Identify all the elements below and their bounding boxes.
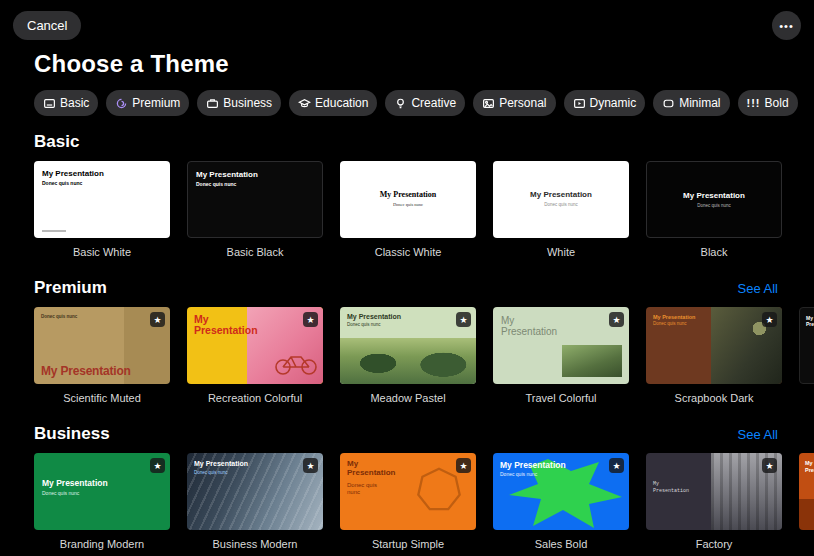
thumb-title: My Presentation: [194, 314, 252, 336]
filter-chip-basic[interactable]: Basic: [34, 90, 98, 116]
theme-card-premium-partial[interactable]: My Presentation: [799, 307, 814, 404]
premium-star-badge: ★: [150, 312, 165, 327]
thumb-subtitle: Donec quis nunc: [194, 470, 228, 475]
theme-thumbnail: ★ My Presentation Donec quis nunc: [646, 307, 782, 384]
theme-card-recreation-colorful[interactable]: ★ My Presentation Recreation Colorful: [187, 307, 323, 404]
section-title-business: Business: [34, 424, 110, 444]
theme-card-branding-modern[interactable]: ★ My Presentation Donec quis nunc Brandi…: [34, 453, 170, 550]
theme-card-factory[interactable]: ★ My Presentation Factory: [646, 453, 782, 550]
theme-thumbnail: ★ My Presentation: [646, 453, 782, 530]
premium-star-badge: ★: [762, 458, 777, 473]
filter-chip-premium[interactable]: Premium: [106, 90, 189, 116]
thumb-title: My Presentation: [501, 315, 571, 337]
business-theme-row: ★ My Presentation Donec quis nunc Brandi…: [0, 453, 814, 550]
filter-chip-dynamic[interactable]: Dynamic: [564, 90, 646, 116]
theme-thumbnail: My Presentation: [799, 307, 814, 384]
theme-name: Scrapbook Dark: [646, 392, 782, 404]
filter-chip-minimal[interactable]: Minimal: [653, 90, 729, 116]
thumb-title: My Presentation: [340, 190, 476, 199]
theme-name: Startup Simple: [340, 538, 476, 550]
theme-card-business-partial[interactable]: My Presentation: [799, 453, 814, 550]
theme-card-business-modern[interactable]: ★ My Presentation Donec quis nunc Busine…: [187, 453, 323, 550]
theme-thumbnail: ★ My Presentation Donec quis nunc: [493, 453, 629, 530]
theme-thumbnail: ★ My Presentation Donec quis nunc: [340, 453, 476, 530]
section-title-basic: Basic: [34, 132, 79, 152]
theme-thumbnail: My Presentation: [799, 453, 814, 530]
thumb-subtitle: Donec quis nunc: [42, 180, 82, 186]
theme-name: Basic Black: [187, 246, 323, 258]
theme-thumbnail: ★ My Presentation: [493, 307, 629, 384]
premium-star-badge: ★: [609, 458, 624, 473]
theme-card-basic-white[interactable]: My Presentation Donec quis nunc Basic Wh…: [34, 161, 170, 258]
thumb-title: My Presentation: [196, 170, 258, 179]
filter-chip-bar: Basic Premium Business Education Creativ…: [34, 90, 814, 116]
thumb-footer-line: [42, 230, 66, 232]
thumb-title: My Presentation: [653, 314, 695, 320]
filter-chip-education[interactable]: Education: [289, 90, 377, 116]
premium-swirl-icon: [115, 97, 128, 110]
theme-card-meadow-pastel[interactable]: ★ My Presentation Donec quis nunc Meadow…: [340, 307, 476, 404]
theme-card-sales-bold[interactable]: ★ My Presentation Donec quis nunc Sales …: [493, 453, 629, 550]
basic-section-header: Basic: [34, 132, 778, 152]
premium-star-badge: ★: [762, 312, 777, 327]
slide-icon: [43, 97, 56, 110]
thumb-subtitle: Donec quis nunc: [653, 321, 687, 326]
rounded-rect-icon: [662, 97, 675, 110]
thumb-title: My Presentation: [42, 478, 108, 488]
theme-name: Travel Colorful: [493, 392, 629, 404]
ellipsis-icon: •••: [779, 20, 794, 32]
theme-card-basic-black[interactable]: My Presentation Donec quis nunc Basic Bl…: [187, 161, 323, 258]
theme-name: White: [493, 246, 629, 258]
premium-theme-row: ★ Donec quis nunc My Presentation Scient…: [0, 307, 814, 404]
theme-name: Meadow Pastel: [340, 392, 476, 404]
theme-card-white[interactable]: My Presentation Donec quis nunc White: [493, 161, 629, 258]
filter-chip-business[interactable]: Business: [197, 90, 281, 116]
top-bar: Cancel •••: [0, 0, 814, 40]
theme-name: Business Modern: [187, 538, 323, 550]
theme-thumbnail: ★ My Presentation Donec quis nunc: [34, 453, 170, 530]
theme-card-startup-simple[interactable]: ★ My Presentation Donec quis nunc Startu…: [340, 453, 476, 550]
filter-chip-bold[interactable]: !!! Bold: [738, 90, 798, 116]
theme-card-classic-white[interactable]: My Presentation Donec quis nunc Classic …: [340, 161, 476, 258]
theme-thumbnail: ★ My Presentation Donec quis nunc: [187, 453, 323, 530]
theme-name: Scientific Muted: [34, 392, 170, 404]
premium-star-badge: ★: [456, 458, 471, 473]
exclamation-icon: !!!: [747, 97, 761, 109]
theme-name: Sales Bold: [493, 538, 629, 550]
filter-chip-creative[interactable]: Creative: [385, 90, 465, 116]
filter-chip-personal[interactable]: Personal: [473, 90, 555, 116]
thumb-photo: [340, 338, 476, 384]
bicycle-icon: [274, 349, 318, 375]
thumb-title: My Presentation: [194, 460, 248, 467]
thumb-subtitle: Donec quis nunc: [493, 202, 629, 207]
theme-name: Factory: [646, 538, 782, 550]
see-all-business-link[interactable]: See All: [738, 427, 778, 442]
theme-card-scrapbook-dark[interactable]: ★ My Presentation Donec quis nunc Scrapb…: [646, 307, 782, 404]
theme-card-travel-colorful[interactable]: ★ My Presentation Travel Colorful: [493, 307, 629, 404]
theme-name: Branding Modern: [34, 538, 170, 550]
more-options-button[interactable]: •••: [772, 11, 801, 40]
thumb-title: My Presentation: [42, 169, 104, 178]
premium-star-badge: ★: [456, 312, 471, 327]
theme-thumbnail: My Presentation Donec quis nunc: [340, 161, 476, 238]
play-slide-icon: [573, 97, 586, 110]
theme-card-scientific-muted[interactable]: ★ Donec quis nunc My Presentation Scient…: [34, 307, 170, 404]
see-all-premium-link[interactable]: See All: [738, 281, 778, 296]
theme-thumbnail: My Presentation Donec quis nunc: [187, 161, 323, 238]
theme-card-black[interactable]: My Presentation Donec quis nunc Black: [646, 161, 782, 258]
cancel-button[interactable]: Cancel: [13, 11, 81, 40]
theme-thumbnail: ★ Donec quis nunc My Presentation: [34, 307, 170, 384]
graduation-cap-icon: [298, 97, 311, 110]
thumb-title: My Presentation: [347, 313, 401, 320]
theme-thumbnail: ★ My Presentation: [187, 307, 323, 384]
thumb-title: My Presentation: [653, 481, 697, 495]
thumb-title: My Presentation: [647, 191, 781, 200]
premium-star-badge: ★: [303, 312, 318, 327]
heptagon-icon: [415, 466, 463, 514]
page-title: Choose a Theme: [34, 50, 814, 78]
thumb-subtitle: Donec quis nunc: [500, 471, 537, 477]
theme-thumbnail: My Presentation Donec quis nunc: [34, 161, 170, 238]
lightbulb-icon: [394, 97, 407, 110]
theme-thumbnail: ★ My Presentation Donec quis nunc: [340, 307, 476, 384]
theme-name: Recreation Colorful: [187, 392, 323, 404]
